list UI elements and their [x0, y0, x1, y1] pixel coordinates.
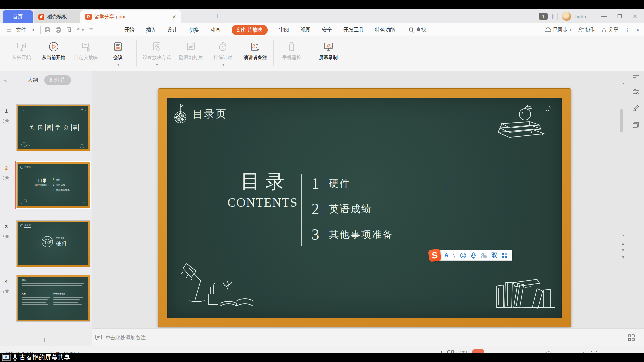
- slide-header-title[interactable]: 目录页: [192, 107, 227, 121]
- print-icon[interactable]: [55, 26, 62, 33]
- slide-sorter-corner-icon[interactable]: [628, 334, 635, 342]
- collaborate-button[interactable]: 协作: [578, 27, 595, 33]
- hamburger-menu-icon[interactable]: ☰: [5, 26, 13, 33]
- book-row-chalk-drawing: [493, 273, 556, 311]
- ribbon-screen-record-button[interactable]: 屏幕录制: [312, 36, 344, 61]
- tab-home[interactable]: 首页: [3, 10, 33, 23]
- setup-show-icon: [151, 41, 162, 52]
- tab-slides[interactable]: 幻灯片: [44, 75, 71, 85]
- play-from-start-icon: [16, 41, 27, 52]
- more-options-icon[interactable]: ⋮: [625, 27, 630, 33]
- member-count-badge[interactable]: 1: [539, 13, 548, 20]
- person-plus-icon: [578, 27, 584, 33]
- toc-item-1[interactable]: 1 硬件: [308, 175, 351, 192]
- ime-punctuation-icon[interactable]: ’,: [453, 253, 455, 258]
- menu-item-review[interactable]: 审阅: [279, 27, 289, 33]
- menu-item-animation[interactable]: 动画: [210, 27, 220, 33]
- tab-document-label: 留学分享.pptx: [94, 14, 125, 20]
- selection-pane-icon[interactable]: [633, 122, 639, 130]
- drag-handle-icon: ∥: [552, 14, 553, 19]
- collapse-ribbon-icon[interactable]: ∧: [636, 27, 639, 32]
- add-slide-button[interactable]: +: [42, 335, 47, 345]
- custom-show-icon: [80, 41, 92, 52]
- undo-icon[interactable]: [76, 26, 84, 33]
- ribbon-meeting-button[interactable]: 会议: [102, 36, 134, 67]
- minimize-button[interactable]: —: [598, 13, 610, 19]
- menu-item-home[interactable]: 开始: [124, 27, 135, 33]
- previous-slide-icon[interactable]: ▲: [621, 242, 625, 245]
- tab-docer-templates[interactable]: 稻壳模板: [34, 10, 87, 23]
- collapse-panel-icon[interactable]: «: [4, 77, 7, 83]
- slide-thumbnail-4[interactable]: GPA 比赛 科研或者项目: [16, 275, 90, 322]
- print-preview-icon[interactable]: [65, 26, 73, 33]
- share-button[interactable]: 分享: [601, 27, 618, 33]
- menu-item-security[interactable]: 安全: [322, 27, 332, 33]
- menu-item-devtools[interactable]: 开发工具: [343, 27, 364, 33]
- ime-skin-icon[interactable]: [480, 252, 487, 258]
- menu-item-special-features[interactable]: 特色功能: [375, 27, 395, 33]
- ime-emoji-icon[interactable]: [460, 252, 466, 259]
- ribbon-custom-show-button[interactable]: 自定义放映: [70, 36, 102, 61]
- menu-item-insert[interactable]: 插入: [146, 27, 156, 33]
- ribbon-divider: [136, 40, 137, 66]
- ribbon-hide-slide-button[interactable]: 隐藏幻灯片: [175, 36, 207, 61]
- restore-button[interactable]: ❐: [614, 13, 625, 20]
- mini-part-label: PART ONE: [56, 237, 64, 239]
- speaker-notes-icon: [250, 41, 261, 52]
- ribbon-phone-remote-button[interactable]: 手机遥控: [276, 36, 308, 61]
- mini-compass-icon: [20, 224, 23, 227]
- sync-status-button[interactable]: 已同步: [545, 27, 571, 33]
- outline-level-icon[interactable]: [633, 73, 639, 80]
- share-label: 分享: [609, 27, 618, 33]
- ime-double-mode[interactable]: 双: [491, 251, 497, 259]
- slide-thumbnail-2-selected[interactable]: 目录页 目录 CONTENTS 1硬件 2英语成绩 3其他事项准备: [16, 162, 90, 208]
- slide-thumbnail-3[interactable]: 目录页 PART ONE 硬件: [16, 220, 90, 267]
- ribbon-setup-show-button[interactable]: 设置放映方式: [139, 36, 175, 67]
- file-menu[interactable]: 文件: [16, 27, 26, 33]
- object-layout-icon[interactable]: [633, 89, 639, 96]
- slide-thumbnail-1[interactable]: 美 国 留 学 分 享: [16, 104, 90, 151]
- close-tab-icon[interactable]: ✕: [172, 14, 176, 20]
- browse-slides-icon[interactable]: ⇕: [621, 255, 625, 260]
- ime-english-mode-icon[interactable]: A: [444, 252, 448, 259]
- ime-voice-icon[interactable]: [471, 252, 476, 259]
- new-tab-button[interactable]: +: [215, 12, 219, 20]
- apple-books-chalk-drawing: [492, 100, 556, 142]
- user-avatar[interactable]: [562, 12, 571, 21]
- menu-item-view[interactable]: 视图: [301, 27, 311, 33]
- ribbon-from-beginning-button[interactable]: 从头开始: [5, 36, 38, 61]
- find-button[interactable]: 查找: [409, 27, 426, 33]
- format-brush-icon[interactable]: [633, 105, 639, 113]
- sogou-ime-toolbar[interactable]: S A ’, 双: [429, 250, 512, 261]
- user-name[interactable]: fighti...: [575, 14, 590, 19]
- ribbon-speaker-notes-button[interactable]: 演讲者备注: [239, 36, 271, 61]
- menu-item-transition[interactable]: 切换: [189, 27, 199, 33]
- chalkboard-slide[interactable]: 目录页 目录 CONTENTS 1 硬件: [167, 98, 562, 318]
- screen-share-icon: [2, 354, 11, 361]
- quick-access-toolbar: ☰ 文件 ▾ ⌄: [0, 26, 105, 34]
- notes-bar[interactable]: 单击此处添加备注: [92, 328, 644, 346]
- vertical-scrollbar-thumb[interactable]: [620, 109, 623, 132]
- menu-item-design[interactable]: 设计: [167, 27, 177, 33]
- tab-document[interactable]: P 留学分享.pptx ✕: [80, 10, 181, 23]
- scroll-up-icon[interactable]: ˄: [622, 82, 625, 87]
- next-slide-icon[interactable]: ▼: [621, 248, 625, 252]
- customize-toolbar-caret-icon[interactable]: ⌄: [98, 26, 105, 33]
- save-icon[interactable]: [44, 26, 51, 33]
- ribbon-rehearse-timing-button[interactable]: 排练计时: [207, 36, 239, 67]
- slide-2-number: 2: [1, 165, 12, 171]
- close-button[interactable]: ✕: [629, 13, 641, 20]
- ime-menu-grid-icon[interactable]: [502, 252, 508, 258]
- slide-1-number: 1: [1, 108, 12, 114]
- sogou-logo-icon[interactable]: S: [428, 249, 441, 262]
- menu-item-slideshow[interactable]: 幻灯片放映: [232, 25, 268, 35]
- slide-canvas[interactable]: 目录页 目录 CONTENTS 1 硬件: [92, 71, 644, 328]
- ribbon-from-current-button[interactable]: 从当前开始: [38, 36, 70, 61]
- scroll-down-icon[interactable]: ˅: [622, 233, 625, 238]
- file-menu-caret-icon[interactable]: ▾: [30, 26, 37, 33]
- toc-item-2[interactable]: 2 英语成绩: [308, 200, 372, 218]
- redo-icon[interactable]: [87, 26, 94, 33]
- tab-outline[interactable]: 大纲: [28, 77, 38, 84]
- wps-presentation-icon: P: [85, 14, 92, 20]
- toc-item-3[interactable]: 3 其他事项准备: [308, 226, 393, 243]
